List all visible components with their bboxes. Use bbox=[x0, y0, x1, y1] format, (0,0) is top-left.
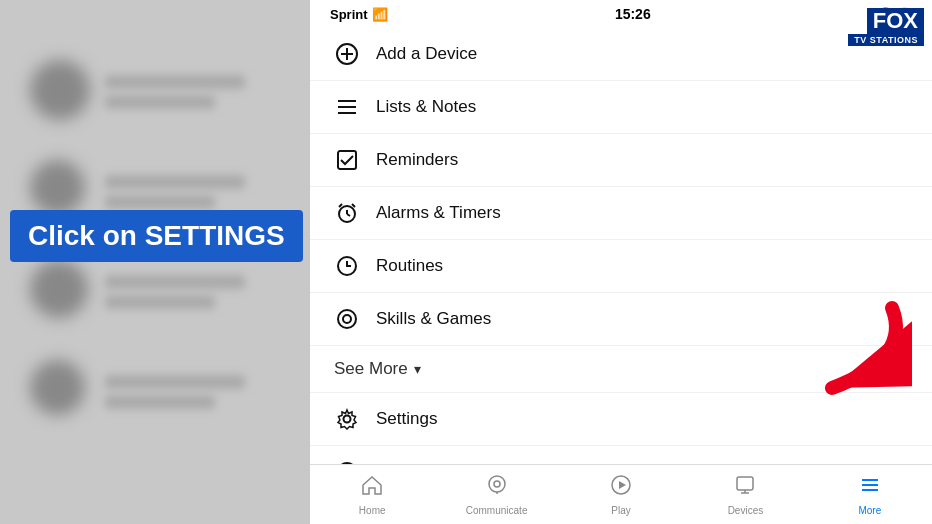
communicate-nav-label: Communicate bbox=[466, 505, 528, 516]
time-display: 15:26 bbox=[615, 6, 651, 22]
svg-line-11 bbox=[339, 204, 342, 207]
blur-element bbox=[105, 375, 245, 389]
nav-item-communicate[interactable]: Communicate bbox=[434, 465, 558, 524]
menu-item-alarms-timers[interactable]: Alarms & Timers bbox=[310, 187, 932, 240]
blur-element bbox=[105, 195, 215, 209]
svg-point-16 bbox=[344, 416, 351, 423]
nav-item-devices[interactable]: Devices bbox=[683, 465, 807, 524]
menu-item-lists-notes[interactable]: Lists & Notes bbox=[310, 81, 932, 134]
routines-icon bbox=[334, 253, 360, 279]
fox-brand-text: FOX bbox=[867, 8, 924, 34]
click-banner-text: Click on SETTINGS bbox=[28, 220, 285, 251]
svg-line-12 bbox=[352, 204, 355, 207]
lists-icon bbox=[334, 94, 360, 120]
blur-element bbox=[105, 175, 245, 189]
menu-item-routines[interactable]: Routines bbox=[310, 240, 932, 293]
nav-item-play[interactable]: Play bbox=[559, 465, 683, 524]
nav-item-more[interactable]: More bbox=[808, 465, 932, 524]
svg-point-14 bbox=[338, 310, 356, 328]
skills-games-label: Skills & Games bbox=[376, 309, 491, 329]
svg-rect-7 bbox=[338, 151, 356, 169]
add-icon bbox=[334, 41, 360, 67]
alarm-icon bbox=[334, 200, 360, 226]
reminders-label: Reminders bbox=[376, 150, 458, 170]
skills-icon bbox=[334, 306, 360, 332]
carrier-text: Sprint bbox=[330, 7, 368, 22]
status-bar: Sprint 📶 15:26 🎧 🔋 bbox=[310, 0, 932, 28]
more-nav-icon bbox=[859, 474, 881, 502]
blur-element bbox=[105, 95, 215, 109]
blur-element bbox=[30, 260, 88, 318]
svg-point-17 bbox=[338, 463, 356, 464]
routines-label: Routines bbox=[376, 256, 443, 276]
blur-element bbox=[30, 60, 90, 120]
menu-item-reminders[interactable]: Reminders bbox=[310, 134, 932, 187]
chevron-down-icon: ▾ bbox=[414, 361, 421, 377]
activity-label: Activity bbox=[376, 462, 430, 464]
settings-icon bbox=[334, 406, 360, 432]
fox-sub-text: TV STATIONS bbox=[848, 34, 924, 46]
status-left: Sprint 📶 bbox=[330, 7, 388, 22]
left-blurred-panel: Click on SETTINGS bbox=[0, 0, 310, 524]
svg-line-10 bbox=[347, 214, 350, 216]
see-more-label: See More bbox=[334, 359, 408, 379]
menu-item-add-device[interactable]: Add a Device bbox=[310, 28, 932, 81]
bottom-nav: Home Communicate Play bbox=[310, 464, 932, 524]
activity-icon bbox=[334, 459, 360, 464]
more-nav-label: More bbox=[858, 505, 881, 516]
home-nav-label: Home bbox=[359, 505, 386, 516]
blur-element bbox=[105, 275, 245, 289]
devices-nav-label: Devices bbox=[728, 505, 764, 516]
communicate-nav-icon bbox=[486, 474, 508, 502]
menu-item-activity[interactable]: Activity bbox=[310, 446, 932, 464]
fox-logo: FOX TV STATIONS bbox=[848, 8, 924, 46]
play-nav-label: Play bbox=[611, 505, 630, 516]
phone-screen: Sprint 📶 15:26 🎧 🔋 Add a Device bbox=[310, 0, 932, 524]
play-nav-icon bbox=[610, 474, 632, 502]
blur-element bbox=[105, 395, 215, 409]
devices-nav-icon bbox=[734, 474, 756, 502]
settings-label: Settings bbox=[376, 409, 437, 429]
click-settings-banner: Click on SETTINGS bbox=[10, 210, 303, 262]
menu-area: Add a Device Lists & Notes bbox=[310, 28, 932, 464]
reminders-icon bbox=[334, 147, 360, 173]
blur-element bbox=[30, 160, 85, 215]
alarms-timers-label: Alarms & Timers bbox=[376, 203, 501, 223]
menu-item-skills-games[interactable]: Skills & Games bbox=[310, 293, 932, 346]
home-nav-icon bbox=[361, 474, 383, 502]
blur-element bbox=[30, 360, 85, 415]
add-device-label: Add a Device bbox=[376, 44, 477, 64]
blur-element bbox=[105, 295, 215, 309]
see-more-row[interactable]: See More ▾ bbox=[310, 346, 932, 393]
svg-marker-23 bbox=[619, 481, 626, 489]
svg-rect-24 bbox=[737, 477, 753, 490]
svg-point-20 bbox=[494, 481, 500, 487]
menu-item-settings[interactable]: Settings bbox=[310, 393, 932, 446]
svg-point-15 bbox=[343, 315, 351, 323]
blur-element bbox=[105, 75, 245, 89]
lists-notes-label: Lists & Notes bbox=[376, 97, 476, 117]
nav-item-home[interactable]: Home bbox=[310, 465, 434, 524]
svg-point-19 bbox=[489, 476, 505, 492]
wifi-icon: 📶 bbox=[372, 7, 388, 22]
